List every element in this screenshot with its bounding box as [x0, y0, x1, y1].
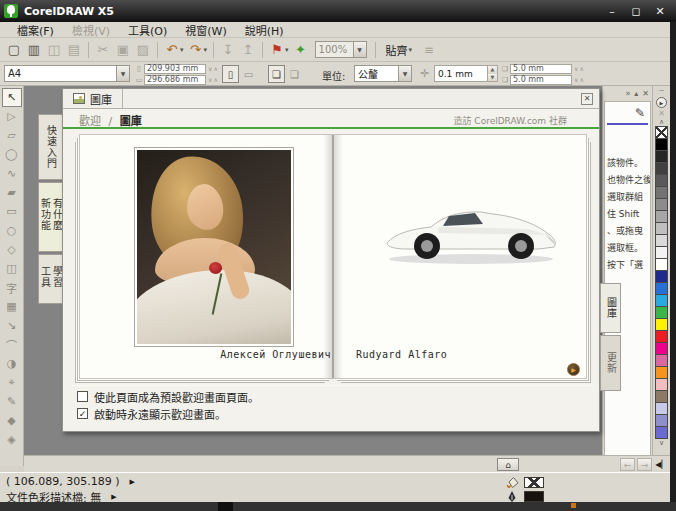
default-page-label: 使此頁面成為預設歡迎畫面頁面。	[94, 389, 259, 405]
chevron-down-icon[interactable]: ▾	[204, 46, 208, 54]
spinner-arrows-icon[interactable]: ▲▼	[487, 66, 497, 81]
restore-button[interactable]: ◻	[626, 3, 646, 19]
pick-tool[interactable]: ↖	[2, 88, 22, 107]
palette-scroll-down[interactable]: ∨	[659, 439, 664, 448]
shape-tool[interactable]: ▷	[2, 107, 22, 126]
polygon-tool[interactable]: ◇	[2, 240, 22, 259]
freehand-tool[interactable]: ∿	[2, 164, 22, 183]
smart-fill-tool[interactable]: ▰	[2, 183, 22, 202]
palette-x-icon: ✕	[658, 109, 665, 118]
welcome-tab-bar: 圖庫 ✕	[63, 89, 599, 109]
spinner-arrows-icon[interactable]: ∨∧	[572, 76, 585, 83]
blend-tool[interactable]: ◑	[2, 354, 22, 373]
palette-flyout-icon[interactable]: ▶	[656, 97, 667, 108]
menu-item[interactable]: 檔案(F)	[8, 21, 63, 39]
community-link[interactable]: 造訪 CorelDRAW.com 社群	[454, 114, 568, 127]
forward-arrow-button: →	[637, 458, 652, 471]
spinner-arrows-icon[interactable]: ∨∧	[206, 76, 219, 83]
welcome-side-tab-label: 快速入門	[45, 125, 57, 169]
welcome-side-tab[interactable]: 快速入門	[38, 114, 62, 180]
hint-line: 選取框。	[607, 240, 648, 257]
welcome-close-button[interactable]: ✕	[581, 93, 593, 105]
menu-bar: 檔案(F)檢視(V)工具(O)視窗(W)說明(H)	[0, 22, 676, 38]
expand-arrow-icon[interactable]: ▶	[130, 478, 135, 486]
default-page-checkbox[interactable]	[77, 391, 88, 402]
show-at-startup-option[interactable]: ✓ 啟動時永遠顯示歡迎畫面。	[77, 406, 226, 421]
home-button[interactable]: ⌂	[497, 458, 519, 471]
undo-icon[interactable]: ↶	[162, 40, 182, 60]
default-page-option[interactable]: 使此頁面成為預設歡迎畫面頁面。	[77, 389, 259, 404]
docker-titlebar: » ▴ ✕	[603, 86, 652, 100]
fill-color-swatch[interactable]	[524, 477, 544, 488]
zoom-level-combo: 100% ▼	[315, 41, 367, 58]
chevron-down-icon[interactable]: ▾	[180, 46, 184, 54]
nudge-offset-field[interactable]: 0.1 mm ▲▼	[434, 65, 498, 82]
paper-height-field[interactable]: 296.686 mm	[144, 75, 206, 85]
page-size-value: A4	[8, 68, 21, 79]
outline-pen-icon	[505, 490, 519, 503]
outline-color-swatch[interactable]	[524, 491, 544, 502]
paper-width-field[interactable]: 209.903 mm	[144, 64, 206, 74]
hints-docker: » ▴ ✕ ✎ 該物件。也物件之後選取群組住 Shift、或拖曳選取框。按下「選	[602, 86, 652, 460]
docker-close-icon[interactable]: ✕	[642, 89, 649, 98]
duplicate-x-field[interactable]: 5.0 mm	[510, 64, 572, 74]
palette-drag-handle[interactable]: ┈	[659, 87, 663, 96]
nudge-offset-value: 0.1 mm	[438, 69, 473, 79]
property-bar: A4 ▼ ▯ 209.903 mm ∨∧ ▭ 296.686 mm ∨∧ ▯ ▭…	[0, 62, 676, 86]
units-combo[interactable]: 公釐 ▼	[354, 65, 412, 82]
show-at-startup-checkbox[interactable]: ✓	[77, 408, 88, 419]
welcome-side-tab-label: 有什麼新功能	[39, 198, 63, 236]
application-launcher-icon[interactable]: ⚑	[267, 40, 287, 60]
eyedropper-tool[interactable]: ⌖	[2, 373, 22, 392]
tab-updates-side[interactable]: 更新	[600, 335, 621, 391]
menu-item[interactable]: 說明(H)	[236, 21, 293, 39]
docker-pin-icon[interactable]: ▴	[634, 89, 638, 98]
crop-tool[interactable]: ▱	[2, 126, 22, 145]
dimension-tool[interactable]: ↘	[2, 316, 22, 335]
landscape-button[interactable]: ▭	[240, 65, 257, 83]
ellipse-tool[interactable]: ○	[2, 221, 22, 240]
minimize-button[interactable]: –	[602, 3, 622, 19]
zoom-tool[interactable]: ◯	[2, 145, 22, 164]
menu-item[interactable]: 視窗(W)	[176, 21, 235, 39]
table-tool[interactable]: ▦	[2, 297, 22, 316]
portrait-button[interactable]: ▯	[222, 65, 239, 83]
print-icon: ▤	[64, 40, 84, 60]
all-pages-button[interactable]: ❏	[268, 65, 285, 83]
connector-tool[interactable]: ⌒	[2, 335, 22, 354]
facing-pages-button[interactable]: ❏	[286, 65, 303, 83]
welcome-screen-icon[interactable]: ✦	[291, 40, 311, 60]
hint-text: 該物件。也物件之後選取群組住 Shift、或拖曳選取框。按下「選	[607, 155, 648, 274]
scroll-left-icon[interactable]: ◀▏	[655, 458, 668, 471]
coreldraw-logo-icon	[4, 4, 18, 18]
gallery-book: Алексей Оглушевич Rudyard Alfaro ▶	[79, 134, 587, 379]
welcome-side-tab[interactable]: 有什麼新功能	[38, 182, 62, 252]
text-tool[interactable]: 字	[2, 278, 22, 297]
snap-to-button[interactable]: 貼齊 ▾	[386, 42, 415, 58]
next-page-button[interactable]: ▶	[567, 363, 580, 376]
spinner-arrows-icon[interactable]: ∨∧	[206, 65, 219, 72]
open-icon[interactable]: ▥	[24, 40, 44, 60]
tab-gallery-side[interactable]: 圖庫	[600, 283, 621, 333]
back-arrow-button: ←	[620, 458, 635, 471]
color-swatch[interactable]	[655, 426, 668, 439]
tab-gallery[interactable]: 圖庫	[63, 89, 123, 108]
welcome-side-tab[interactable]: 學習工具	[38, 254, 62, 304]
page-size-combo[interactable]: A4 ▼	[4, 65, 130, 82]
interactive-fill-tool[interactable]: ◈	[2, 430, 22, 449]
expand-arrow-icon[interactable]: ▶	[111, 493, 116, 501]
close-button[interactable]: ✕	[650, 3, 670, 19]
cut-icon: ✂	[93, 40, 113, 60]
docker-collapse-icon[interactable]: »	[625, 89, 630, 98]
duplicate-y-field[interactable]: 5.0 mm	[510, 75, 572, 85]
basic-shapes-tool[interactable]: ◫	[2, 259, 22, 278]
outline-pen-tool[interactable]: ✎	[2, 392, 22, 411]
fill-tool[interactable]: ◆	[2, 411, 22, 430]
redo-icon[interactable]: ↷	[186, 40, 206, 60]
menu-item[interactable]: 工具(O)	[119, 21, 176, 39]
spinner-arrows-icon[interactable]: ∨∧	[572, 65, 585, 72]
new-document-icon[interactable]: ▢	[4, 40, 24, 60]
rectangle-tool[interactable]: ▭	[2, 202, 22, 221]
chevron-down-icon[interactable]: ▾	[285, 46, 289, 54]
nudge-offset-icon: ✛	[420, 67, 429, 80]
